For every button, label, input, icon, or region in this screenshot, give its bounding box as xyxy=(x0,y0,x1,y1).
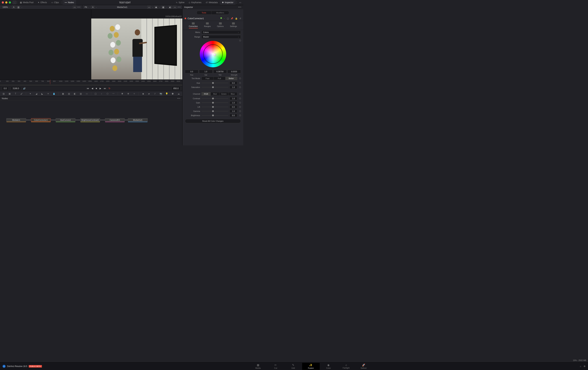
saturation-slider[interactable] xyxy=(201,87,228,87)
split-view-icon[interactable]: ▥ xyxy=(17,6,20,9)
blur-tool-icon[interactable]: ◣ xyxy=(41,92,44,95)
keyframe-diamond[interactable] xyxy=(239,82,241,84)
channel-blue[interactable]: Blue xyxy=(229,92,237,96)
subtab-options[interactable]: Options xyxy=(217,22,224,28)
viewer-left[interactable] xyxy=(0,9,91,79)
strength-value[interactable]: 0.0333 xyxy=(227,70,241,73)
timecode-current[interactable]: 850.0 xyxy=(171,86,180,90)
menu-select[interactable]: Colors⌄ xyxy=(201,31,241,34)
hue-value[interactable]: 0.0 xyxy=(230,81,237,85)
play-icon[interactable]: ▶ xyxy=(100,87,101,90)
keyframe-diamond[interactable] xyxy=(239,77,241,79)
fit-dropdown[interactable]: Fit ⌄ xyxy=(84,6,90,9)
gamma-value[interactable]: 1.0 xyxy=(230,110,237,113)
keyframe-diamond[interactable] xyxy=(239,102,241,104)
image3d-tool-icon[interactable]: ▰ xyxy=(147,92,151,95)
camera3d-tool-icon[interactable]: 📷 xyxy=(159,92,162,95)
minimize-icon[interactable] xyxy=(5,1,7,3)
tab-modifiers[interactable]: Modifiers xyxy=(211,11,229,15)
paint-tool-icon[interactable]: 🖌 xyxy=(20,92,23,95)
transform-tool-icon[interactable]: ▤ xyxy=(67,92,71,95)
node-graph[interactable]: MediaIn1ColorCorrector1HueCurves1Brightn… xyxy=(0,101,182,145)
keyframe-diamond[interactable] xyxy=(239,106,241,108)
hue-slider[interactable] xyxy=(201,83,228,83)
version-icon[interactable]: ▢ xyxy=(227,17,229,20)
subtab-correction[interactable]: Correction xyxy=(189,22,198,28)
reset-icon[interactable]: ↺ xyxy=(239,17,241,20)
inspector-menu-icon[interactable]: ••• xyxy=(238,6,242,9)
spline-button[interactable]: ∿Spline xyxy=(174,0,187,5)
brightness-tool-icon[interactable]: ☀ xyxy=(46,92,50,95)
text3d-tool-icon[interactable]: 𝑇 xyxy=(153,92,157,95)
stop-icon[interactable]: ■ xyxy=(96,87,97,90)
tracker-tool-icon[interactable]: ✦ xyxy=(29,92,32,95)
audio-icon[interactable]: 🔊 xyxy=(23,87,26,90)
sat-value[interactable]: 1.0 xyxy=(199,70,212,73)
light-tool-icon[interactable]: 💡 xyxy=(165,92,168,95)
timecode-end[interactable]: 3188.0 xyxy=(11,86,21,90)
ellipse-mask-icon[interactable]: ○ xyxy=(100,92,103,95)
keyframes-button[interactable]: ◇Keyframes xyxy=(187,0,203,5)
contrast-slider[interactable] xyxy=(201,98,228,99)
single-view-icon[interactable]: ▭ xyxy=(73,6,76,9)
close-icon[interactable] xyxy=(2,1,4,3)
channel-rgb[interactable]: RGB xyxy=(201,92,211,96)
zoom-left[interactable]: 100% ⌄ xyxy=(1,6,11,9)
hue-value[interactable]: 0.0 xyxy=(185,70,198,73)
colorcorrect-tool-icon[interactable]: ◢ xyxy=(35,92,38,95)
effects-button[interactable]: ✦Effects xyxy=(36,0,49,5)
node-mediaout1[interactable]: MediaOut1 xyxy=(128,118,148,122)
subtab-ranges[interactable]: Ranges xyxy=(204,22,211,28)
expand-icon[interactable]: ▭ xyxy=(173,6,177,9)
roi-icon[interactable]: ▭ xyxy=(147,6,151,9)
contrast-value[interactable]: 1.0 xyxy=(230,97,237,100)
first-frame-icon[interactable]: ⏮ xyxy=(87,87,89,90)
grid-icon[interactable]: ▦ xyxy=(161,6,165,9)
background-tool-icon[interactable]: ▨ xyxy=(2,92,5,95)
channel-red[interactable]: Red xyxy=(211,92,220,96)
brightness-slider[interactable] xyxy=(201,115,228,116)
node-colorcorrector1[interactable]: ColorCorrector1 xyxy=(31,118,51,122)
text-tool-icon[interactable]: T xyxy=(14,92,17,95)
merge-tool-icon[interactable]: ▣ xyxy=(62,92,65,95)
clips-button[interactable]: ▭Clips xyxy=(49,0,61,5)
lift-value[interactable]: 0.0 xyxy=(230,105,237,108)
step-back-icon[interactable]: ◀ xyxy=(91,87,93,90)
tint-full[interactable]: Full xyxy=(213,77,225,80)
inspector-button[interactable]: ✱Inspector xyxy=(220,0,235,5)
node-mediain1[interactable]: MediaIn1 xyxy=(6,118,26,122)
letterbox-tool-icon[interactable]: ▭ xyxy=(85,92,88,95)
render3d-tool-icon[interactable]: ⬢ xyxy=(171,92,174,95)
time-ruler[interactable]: 0100200300400500600700800900100011001200… xyxy=(0,79,182,85)
timecode-start[interactable]: 0.0 xyxy=(2,86,9,90)
channel-green[interactable]: Green xyxy=(220,92,229,96)
crop-tool-icon[interactable]: ▥ xyxy=(79,92,83,95)
lock-icon[interactable]: 🔒 xyxy=(235,17,238,20)
keyframe-diamond[interactable] xyxy=(239,114,241,116)
dual-screen-icon[interactable]: ▭ xyxy=(237,0,243,5)
reset-button[interactable]: Reset All Color Changes xyxy=(185,119,241,123)
viewer-left-menu[interactable]: ••• xyxy=(77,6,81,9)
maximize-icon[interactable] xyxy=(9,1,11,3)
gain-value[interactable]: 1.0 xyxy=(230,101,237,104)
saturation-value[interactable]: 1.0 xyxy=(230,86,237,89)
viewer-right-menu[interactable]: ••• xyxy=(178,6,181,9)
tint-better[interactable]: Better xyxy=(225,77,237,80)
enable-dot[interactable] xyxy=(220,17,222,19)
wheel-indicator[interactable]: M xyxy=(213,53,216,56)
resize-tool-icon[interactable]: ◧ xyxy=(73,92,76,95)
particles-tool-icon[interactable]: ✺ xyxy=(121,92,124,95)
tint-fast[interactable]: Fast xyxy=(201,77,213,80)
prender-tool-icon[interactable]: ✧ xyxy=(133,92,136,95)
tab-tools[interactable]: Tools xyxy=(197,11,211,15)
pemitter-tool-icon[interactable]: ❋ xyxy=(127,92,130,95)
loop-icon[interactable]: ↻ xyxy=(108,87,110,90)
keyer-tool-icon[interactable]: 💧 xyxy=(52,92,56,95)
media-pool-button[interactable]: ▦Media Pool xyxy=(18,0,36,5)
pin-icon[interactable]: 📌 xyxy=(231,17,233,20)
shape3d-tool-icon[interactable]: ◆ xyxy=(141,92,145,95)
metadata-button[interactable]: 🏷Metadata xyxy=(204,0,220,5)
subtab-settings[interactable]: Settings xyxy=(230,22,237,28)
range-select[interactable]: Master⌄ xyxy=(201,35,241,39)
tint-value[interactable]: 0.39758 xyxy=(213,70,227,73)
